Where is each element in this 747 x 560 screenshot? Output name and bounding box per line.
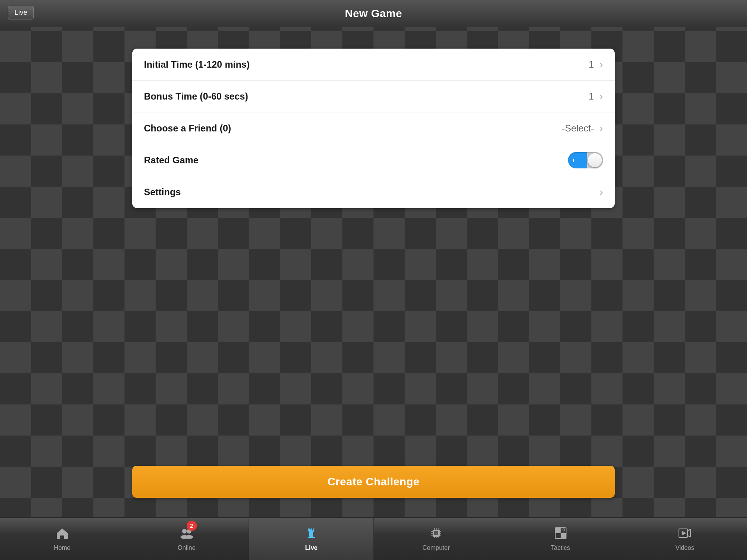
choose-friend-label: Choose a Friend (0) — [144, 123, 231, 134]
toggle-on-label: I — [573, 157, 574, 163]
svg-rect-9 — [308, 537, 315, 538]
rated-game-toggle[interactable]: I — [568, 152, 603, 168]
live-icon — [304, 526, 318, 542]
tab-tactics-label: Tactics — [551, 544, 570, 551]
initial-time-chevron-icon: › — [600, 58, 603, 71]
initial-time-right: 1 › — [589, 58, 603, 71]
tab-home[interactable]: Home — [0, 518, 124, 560]
tab-tactics[interactable]: ? Tactics — [498, 518, 623, 560]
svg-text:?: ? — [562, 527, 566, 534]
rated-game-row[interactable]: Rated Game I — [132, 144, 615, 176]
create-challenge-button[interactable]: Create Challenge — [132, 466, 615, 498]
tab-live[interactable]: Live — [249, 518, 374, 560]
tab-bar: Home 2 Online Live — [0, 517, 747, 560]
toggle-knob — [588, 153, 602, 167]
svg-rect-28 — [555, 533, 561, 539]
tab-home-label: Home — [54, 544, 70, 551]
svg-line-32 — [687, 529, 691, 531]
choose-friend-chevron-icon: › — [600, 122, 603, 135]
bonus-time-right: 1 › — [589, 90, 603, 103]
rated-game-toggle-container: I — [568, 152, 603, 168]
tactics-icon: ? — [554, 526, 568, 542]
initial-time-row[interactable]: Initial Time (1-120 mins) 1 › — [132, 49, 615, 80]
bonus-time-row[interactable]: Bonus Time (0-60 secs) 1 › — [132, 80, 615, 112]
tab-computer-label: Computer — [423, 544, 450, 551]
tab-online-label: Online — [177, 544, 195, 551]
initial-time-label: Initial Time (1-120 mins) — [144, 59, 250, 70]
svg-point-0 — [182, 529, 187, 534]
bonus-time-chevron-icon: › — [600, 90, 603, 103]
rated-game-label: Rated Game — [144, 155, 198, 166]
initial-time-value: 1 — [589, 59, 594, 70]
tab-live-label: Live — [305, 544, 317, 551]
tab-computer[interactable]: Computer — [374, 518, 498, 560]
tab-online[interactable]: 2 Online — [124, 518, 249, 560]
main-content: Initial Time (1-120 mins) 1 › Bonus Time… — [0, 27, 747, 517]
choose-friend-value: -Select- — [562, 123, 594, 134]
svg-marker-31 — [682, 531, 686, 536]
svg-rect-25 — [555, 528, 561, 533]
live-button[interactable]: Live — [8, 6, 34, 19]
svg-rect-8 — [309, 531, 313, 537]
svg-point-3 — [185, 535, 193, 539]
tab-videos[interactable]: Videos — [622, 518, 747, 560]
home-icon — [55, 526, 69, 542]
settings-chevron-icon: › — [600, 186, 603, 198]
videos-icon — [678, 526, 692, 542]
svg-rect-11 — [434, 531, 438, 535]
settings-row[interactable]: Settings › — [132, 176, 615, 208]
svg-rect-26 — [561, 533, 566, 539]
header-bar: Live New Game — [0, 0, 747, 27]
choose-friend-right: -Select- › — [562, 122, 603, 135]
svg-line-33 — [687, 536, 691, 537]
page-title: New Game — [345, 7, 402, 20]
choose-friend-row[interactable]: Choose a Friend (0) -Select- › — [132, 112, 615, 144]
bonus-time-value: 1 — [589, 91, 594, 102]
settings-label: Settings — [144, 187, 181, 198]
settings-card: Initial Time (1-120 mins) 1 › Bonus Time… — [132, 49, 615, 208]
settings-right: › — [600, 186, 603, 198]
computer-icon — [429, 526, 443, 542]
tab-videos-label: Videos — [675, 544, 694, 551]
online-badge: 2 — [187, 521, 197, 531]
bonus-time-label: Bonus Time (0-60 secs) — [144, 91, 248, 102]
